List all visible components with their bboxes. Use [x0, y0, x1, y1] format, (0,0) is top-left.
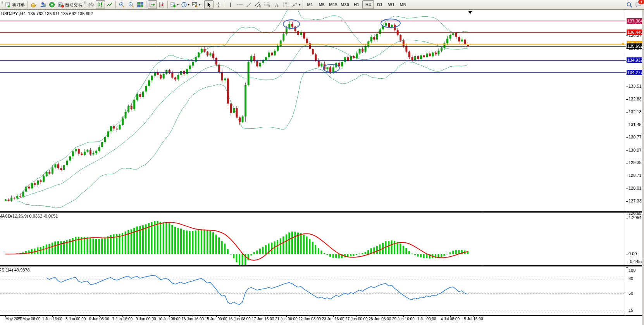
dropdown-arrow-icon: ▾: [188, 3, 189, 7]
new-order-label: 新订单: [12, 2, 25, 8]
template-button[interactable]: ▾: [191, 0, 201, 9]
timeframe-d1-button[interactable]: D1: [374, 0, 386, 9]
dropdown-arrow-icon: ▾: [199, 3, 200, 7]
timeframe-m15-button[interactable]: M15: [327, 0, 339, 9]
crosshair-tool-button[interactable]: [214, 0, 223, 9]
svg-text:T: T: [285, 3, 288, 7]
cursor-tool-button[interactable]: [204, 0, 214, 9]
toolbar-separator: [167, 1, 168, 9]
timeframe-m1-button[interactable]: M1: [304, 0, 316, 9]
zoom-out-button[interactable]: [126, 0, 136, 9]
window-right-edge: [642, 10, 644, 325]
auto-trading-button[interactable]: 自动交易: [57, 0, 83, 9]
zoom-in-icon: [119, 2, 125, 8]
fibonacci-icon: F: [264, 2, 271, 8]
timeframe-w1-button[interactable]: W1: [386, 0, 397, 9]
fibonacci-tool-button[interactable]: F: [263, 0, 272, 9]
timeframe-clock-icon: [181, 2, 187, 8]
timeframe-mn-button[interactable]: MN: [397, 0, 409, 9]
account-button[interactable]: [29, 0, 38, 9]
text-icon: A: [274, 2, 280, 8]
shapes-icon: [292, 2, 298, 8]
channel-icon: E: [255, 2, 262, 8]
trendline-icon: [246, 2, 252, 8]
auto-scroll-button[interactable]: [148, 0, 157, 9]
svg-text:F: F: [269, 5, 270, 8]
chat-button[interactable]: 1: [634, 0, 643, 9]
svg-text:E: E: [259, 5, 261, 8]
line-chart-icon: [107, 2, 113, 8]
toolbar: 新订单 自动交易: [0, 0, 644, 10]
toolbar-separator: [27, 1, 28, 9]
auto-scroll-icon: [149, 2, 155, 8]
add-indicator-button[interactable]: ▾: [169, 0, 180, 9]
toolbar-separator: [203, 1, 203, 9]
community-icon: [40, 2, 46, 8]
news-button[interactable]: [47, 0, 57, 9]
account-icon: [30, 2, 36, 8]
candlestick-icon: [97, 2, 103, 8]
horizontal-line-tool-button[interactable]: [235, 0, 244, 9]
cursor-icon: [206, 2, 212, 8]
add-indicator-icon: [170, 2, 176, 8]
auto-trading-icon: [58, 2, 64, 8]
timeframe-h4-button[interactable]: H4: [362, 0, 374, 9]
label-icon: T: [283, 2, 289, 8]
dropdown-arrow-icon: ▾: [177, 3, 179, 7]
bar-chart-icon: [88, 2, 94, 8]
toolbar-grip[interactable]: [84, 1, 86, 8]
chart-canvas[interactable]: [0, 0, 644, 325]
toolbar-separator: [224, 1, 224, 9]
dropdown-arrow-icon: ▾: [299, 3, 300, 7]
toolbar-separator: [146, 1, 146, 9]
line-chart-button[interactable]: [105, 0, 114, 9]
new-order-button[interactable]: 新订单: [4, 0, 26, 9]
template-icon: [192, 2, 198, 8]
tile-windows-icon: [137, 2, 143, 8]
timeframe-m5-button[interactable]: M5: [316, 0, 327, 9]
candlestick-chart-button[interactable]: [96, 0, 105, 9]
toolbar-separator: [115, 1, 116, 9]
vertical-line-icon: [228, 2, 233, 8]
zoom-in-button[interactable]: [117, 0, 126, 9]
timeframes-menu-button[interactable]: ▾: [180, 0, 191, 9]
toolbar-separator: [303, 1, 303, 9]
timeframe-m30-button[interactable]: M30: [339, 0, 351, 9]
crosshair-icon: [215, 2, 221, 8]
chart-shift-icon: [158, 2, 165, 8]
community-button[interactable]: [38, 0, 47, 9]
timeframe-h1-button[interactable]: H1: [351, 0, 362, 9]
tile-windows-button[interactable]: [136, 0, 145, 9]
label-tool-button[interactable]: T: [281, 0, 291, 9]
news-icon: [49, 2, 55, 8]
auto-trading-label: 自动交易: [65, 2, 82, 8]
horizontal-line-icon: [236, 2, 243, 8]
shapes-tool-button[interactable]: ▾: [291, 0, 301, 9]
notification-badge: 1: [638, 0, 644, 5]
search-button[interactable]: [625, 0, 634, 9]
zoom-out-icon: [128, 2, 134, 8]
channel-tool-button[interactable]: E: [253, 0, 263, 9]
vertical-line-tool-button[interactable]: [226, 0, 235, 9]
bar-chart-button[interactable]: [86, 0, 96, 9]
trading-terminal-window: 新订单 自动交易: [0, 0, 644, 325]
svg-text:A: A: [275, 2, 278, 8]
new-order-icon: [5, 2, 11, 8]
trendline-tool-button[interactable]: [244, 0, 253, 9]
text-tool-button[interactable]: A: [272, 0, 281, 9]
chart-shift-button[interactable]: [157, 0, 166, 9]
toolbar-grip[interactable]: [2, 1, 3, 8]
search-icon: [626, 2, 633, 8]
